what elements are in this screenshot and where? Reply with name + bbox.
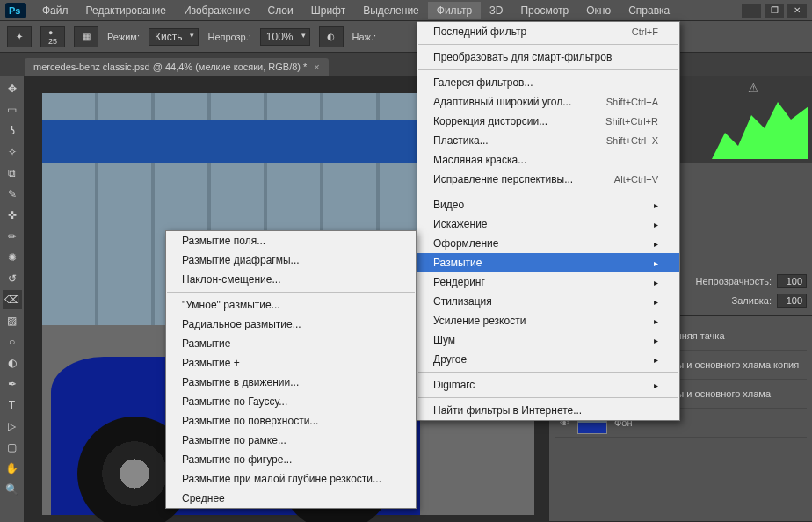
mi-stylize[interactable]: Стилизация xyxy=(417,292,679,311)
shape-tool[interactable]: ▢ xyxy=(3,438,22,457)
svg-text:Ps: Ps xyxy=(9,5,20,16)
mode-select[interactable]: Кисть xyxy=(149,28,199,46)
flow-label: Наж.: xyxy=(352,32,377,42)
minimize-button[interactable]: — xyxy=(742,4,761,18)
mi-surface-blur[interactable]: Размытие по поверхности... xyxy=(166,411,416,431)
mi-pixelate[interactable]: Оформление xyxy=(417,234,679,253)
history-brush-tool[interactable]: ↺ xyxy=(3,269,22,288)
document-tab-title: mercedes-benz classic.psd @ 44,4% (мелки… xyxy=(33,62,307,72)
opacity-label: Непрозр.: xyxy=(207,32,250,42)
mi-gaussian-blur[interactable]: Размытие по Гауссу... xyxy=(166,392,416,411)
clone-stamp-tool[interactable]: ✺ xyxy=(3,248,22,267)
menu-3d[interactable]: 3D xyxy=(481,2,511,19)
magic-wand-tool[interactable]: ✧ xyxy=(3,142,22,162)
move-tool[interactable]: ✥ xyxy=(3,79,22,98)
mi-distort[interactable]: Искажение xyxy=(417,214,679,234)
pen-tool[interactable]: ✒ xyxy=(3,374,22,394)
mi-video[interactable]: Видео xyxy=(417,195,679,214)
eraser-tool[interactable]: ⌫ xyxy=(3,290,22,309)
mi-blur-more[interactable]: Размытие + xyxy=(166,353,416,373)
mi-box-blur[interactable]: Размытие по рамке... xyxy=(166,431,416,450)
mi-iris-blur[interactable]: Размытие диафрагмы... xyxy=(166,250,416,270)
dodge-tool[interactable]: ◐ xyxy=(3,353,22,373)
menu-file[interactable]: Файл xyxy=(33,2,77,19)
menu-type[interactable]: Шрифт xyxy=(302,2,354,19)
mi-noise[interactable]: Шум xyxy=(417,330,679,350)
hand-tool[interactable]: ✋ xyxy=(3,459,22,478)
warning-icon[interactable]: ⚠ xyxy=(748,81,759,95)
menu-select[interactable]: Выделение xyxy=(354,2,428,19)
menubar: Ps Файл Редактирование Изображение Слои … xyxy=(0,0,812,21)
close-button[interactable]: ✕ xyxy=(787,4,807,18)
svg-marker-2 xyxy=(712,102,808,159)
tool-preset-icon[interactable]: ✦ xyxy=(7,26,32,47)
mi-last-filter[interactable]: Последний фильтрCtrl+F xyxy=(417,22,679,41)
options-bar: ✦ ●25 ▦ Режим: Кисть Непрозр.: 100% ◐ На… xyxy=(0,21,812,53)
mi-motion-blur[interactable]: Размытие в движении... xyxy=(166,373,416,392)
mi-oil-paint[interactable]: Масляная краска... xyxy=(417,150,679,170)
ps-logo-icon: Ps xyxy=(5,3,26,18)
mode-label: Режим: xyxy=(107,32,140,42)
marquee-tool[interactable]: ▭ xyxy=(3,100,22,120)
mi-radial-blur[interactable]: Радиальное размытие... xyxy=(166,315,416,334)
mi-browse-filters[interactable]: Найти фильтры в Интернете... xyxy=(417,401,679,420)
mi-field-blur[interactable]: Размытие поля... xyxy=(166,231,416,250)
crop-tool[interactable]: ⧉ xyxy=(3,163,22,183)
mi-shape-blur[interactable]: Размытие по фигуре... xyxy=(166,450,416,469)
mi-filter-gallery[interactable]: Галерея фильтров... xyxy=(417,73,679,92)
mi-lens-blur[interactable]: Размытие при малой глубине резкости... xyxy=(166,469,416,489)
menu-filter[interactable]: Фильтр xyxy=(428,2,481,19)
menu-separator xyxy=(418,69,678,70)
mi-render[interactable]: Рендеринг xyxy=(417,272,679,292)
eyedropper-tool[interactable]: ✎ xyxy=(3,185,22,204)
healing-brush-tool[interactable]: ✜ xyxy=(3,206,22,225)
mi-lens-correction[interactable]: Коррекция дисторсии...Shift+Ctrl+R xyxy=(417,112,679,131)
histogram-icon xyxy=(712,98,808,159)
mi-convert-smart[interactable]: Преобразовать для смарт-фильтров xyxy=(417,47,679,67)
restore-button[interactable]: ❐ xyxy=(765,4,784,18)
path-select-tool[interactable]: ▷ xyxy=(3,417,22,436)
menu-edit[interactable]: Редактирование xyxy=(77,2,175,19)
mi-other[interactable]: Другое xyxy=(417,350,679,369)
type-tool[interactable]: T xyxy=(3,395,22,415)
brush-panel-icon[interactable]: ▦ xyxy=(74,26,98,47)
menu-separator xyxy=(418,44,678,45)
pressure-opacity-icon[interactable]: ◐ xyxy=(319,26,344,47)
opacity-select[interactable]: 100% xyxy=(260,28,310,46)
blur-tool[interactable]: ○ xyxy=(3,332,22,352)
document-tab[interactable]: mercedes-benz classic.psd @ 44,4% (мелки… xyxy=(25,58,329,76)
mi-digimarc[interactable]: Digimarc xyxy=(417,375,679,395)
window-controls: — ❐ ✕ xyxy=(742,4,807,18)
menu-separator xyxy=(418,372,678,373)
mi-vanishing-point[interactable]: Исправление перспективы...Alt+Ctrl+V xyxy=(417,170,679,189)
layer-fill-value[interactable]: 100 xyxy=(777,294,807,308)
zoom-tool[interactable]: 🔍 xyxy=(3,480,22,499)
brush-preset-picker[interactable]: ●25 xyxy=(40,26,65,47)
mi-adaptive-wide[interactable]: Адаптивный широкий угол...Shift+Ctrl+A xyxy=(417,92,679,112)
layer-fill-label: Заливка: xyxy=(732,295,772,306)
mi-blur[interactable]: Размытие xyxy=(417,253,679,272)
mi-average[interactable]: Среднее xyxy=(166,489,416,508)
filter-dropdown: Последний фильтрCtrl+F Преобразовать для… xyxy=(417,21,680,421)
menu-image[interactable]: Изображение xyxy=(175,2,259,19)
mi-tilt-shift[interactable]: Наклон-смещение... xyxy=(166,270,416,289)
mi-blur-basic[interactable]: Размытие xyxy=(166,334,416,353)
lasso-tool[interactable]: ʖ xyxy=(3,121,22,141)
brush-tool[interactable]: ✏ xyxy=(3,227,22,246)
close-tab-icon[interactable]: × xyxy=(314,62,319,72)
blur-submenu: Размытие поля... Размытие диафрагмы... Н… xyxy=(165,230,417,509)
mi-liquify[interactable]: Пластика...Shift+Ctrl+X xyxy=(417,131,679,150)
menu-layers[interactable]: Слои xyxy=(259,2,302,19)
document-tab-bar: mercedes-benz classic.psd @ 44,4% (мелки… xyxy=(0,53,812,76)
layer-opacity-label: Непрозрачность: xyxy=(696,276,772,286)
gradient-tool[interactable]: ▨ xyxy=(3,311,22,330)
menu-window[interactable]: Окно xyxy=(577,2,620,19)
menu-separator xyxy=(418,192,678,192)
menu-help[interactable]: Справка xyxy=(620,2,678,19)
mi-sharpen[interactable]: Усиление резкости xyxy=(417,311,679,330)
menu-separator xyxy=(167,292,415,293)
menu-view[interactable]: Просмотр xyxy=(511,2,577,19)
mi-smart-blur[interactable]: "Умное" размытие... xyxy=(166,295,416,315)
tools-panel: ✥ ▭ ʖ ✧ ⧉ ✎ ✜ ✏ ✺ ↺ ⌫ ▨ ○ ◐ ✒ T ▷ ▢ ✋ 🔍 xyxy=(0,76,25,522)
layer-opacity-value[interactable]: 100 xyxy=(777,274,807,288)
